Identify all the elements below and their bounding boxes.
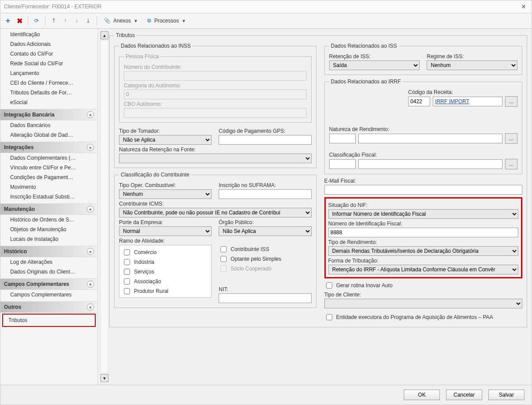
save-button[interactable]: Salvar bbox=[488, 390, 525, 400]
sidebar-group-header[interactable]: Outros « bbox=[0, 301, 97, 313]
ramo-checkbox[interactable] bbox=[124, 278, 130, 285]
lookup-button[interactable]: … bbox=[505, 96, 517, 107]
ramo-item[interactable]: Comércio bbox=[122, 248, 208, 257]
pessoa-fisica-fieldset: Pessoa Física Número do Contribuinte: Ca… bbox=[119, 53, 312, 123]
nit-input[interactable] bbox=[219, 293, 311, 303]
sidebar-item[interactable]: Dados Originais do Client… bbox=[0, 267, 97, 277]
natureza-rend-code-input[interactable] bbox=[329, 134, 356, 143]
tipo-cliente-select[interactable] bbox=[324, 299, 523, 308]
sidebar-item[interactable]: Rede Social do Cli/For bbox=[0, 59, 97, 68]
sidebar-group-header[interactable]: Histórico « bbox=[0, 246, 97, 257]
sidebar-item[interactable]: Dados Bancários bbox=[0, 120, 97, 130]
ramo-checkbox[interactable] bbox=[124, 259, 130, 265]
regime-iss-select[interactable]: Nenhum bbox=[427, 60, 517, 70]
codigo-receita-desc-input[interactable] bbox=[433, 97, 502, 106]
codigo-receita-label: Código da Receita: bbox=[408, 89, 517, 95]
sidebar-item[interactable]: Dados Adicionais bbox=[0, 39, 97, 49]
scroll-down-button[interactable]: ▼ bbox=[100, 374, 108, 382]
chevron-up-icon: « bbox=[87, 248, 94, 255]
porte-label: Porte da Empresa: bbox=[119, 219, 212, 225]
close-icon[interactable]: ✕ bbox=[519, 3, 528, 10]
retencao-iss-select[interactable]: Saída bbox=[329, 60, 420, 70]
sidebar-item[interactable]: eSocial bbox=[0, 98, 97, 107]
sidebar-item[interactable]: Condições de Pagament… bbox=[0, 172, 97, 182]
checkbox-label: Contribuinte ISS bbox=[231, 246, 269, 252]
checkbox bbox=[220, 266, 227, 272]
gerar-inovar-check[interactable]: Gerar rotina Inovar Auto bbox=[324, 281, 523, 290]
sidebar-item[interactable]: Campos Complementares bbox=[0, 290, 97, 300]
add-icon[interactable]: + bbox=[3, 16, 13, 26]
sidebar-item[interactable]: Contato do Cli/For bbox=[0, 49, 97, 59]
email-fiscal-input[interactable] bbox=[324, 185, 523, 195]
sidebar-item[interactable]: Movimento bbox=[0, 182, 97, 192]
tipo-oper-select[interactable]: Nenhum bbox=[119, 189, 212, 199]
orgao-select[interactable]: Não Se Aplica bbox=[219, 226, 311, 236]
cancel-button[interactable]: Cancelar bbox=[446, 390, 482, 400]
codigo-gps-input[interactable] bbox=[219, 135, 311, 145]
checkbox[interactable] bbox=[326, 282, 332, 289]
ok-button[interactable]: OK bbox=[404, 390, 440, 400]
paa-check[interactable]: Entidade executora do Programa de Aquisi… bbox=[324, 313, 523, 322]
sidebar-item[interactable]: Objetos de Manutenção bbox=[0, 225, 97, 234]
sidebar: Identificação Dados Adicionais Contato d… bbox=[0, 29, 98, 385]
scrollbar-track[interactable] bbox=[100, 40, 108, 373]
sidebar-item[interactable]: Vínculo entre Cli/For e Pe… bbox=[0, 163, 97, 172]
sidebar-item[interactable]: Lançamento bbox=[0, 68, 97, 78]
anexos-menu[interactable]: 📎 Anexos ▼ bbox=[100, 15, 141, 26]
next-icon[interactable]: ↓ bbox=[72, 16, 82, 26]
tipo-tomador-select[interactable]: Não se Aplica bbox=[119, 135, 212, 145]
situacao-nif-select[interactable]: Informar Número de Identificação Fiscal bbox=[328, 209, 519, 219]
classificacao-fiscal-desc-input[interactable] bbox=[358, 159, 503, 169]
ramo-checkbox[interactable] bbox=[124, 288, 130, 294]
classificacao-fiscal-code-input[interactable] bbox=[329, 159, 356, 169]
checkbox[interactable] bbox=[220, 256, 227, 262]
ramo-item[interactable]: Associação bbox=[122, 277, 208, 286]
sidebar-item[interactable]: Alteração Global de Dad… bbox=[0, 130, 97, 140]
forma-trib-select[interactable]: Retenção do IRRF - Alíquota Limitada Con… bbox=[328, 265, 519, 274]
sidebar-group-header[interactable]: Integrações « bbox=[0, 142, 97, 153]
sidebar-item[interactable]: Tributos Defaults de For… bbox=[0, 88, 97, 98]
sidebar-item[interactable]: Dados Complementares (… bbox=[0, 153, 97, 163]
last-icon[interactable]: ⤓ bbox=[83, 16, 93, 26]
suframa-label: Inscrição no SUFRAMA: bbox=[219, 182, 311, 188]
ramo-item[interactable]: Serviços bbox=[122, 267, 208, 276]
optante-simples-check[interactable]: Optante pelo Simples bbox=[219, 255, 311, 263]
sidebar-group-header[interactable]: Campos Complementares « bbox=[0, 278, 97, 290]
ramo-item[interactable]: Indústria bbox=[122, 258, 208, 266]
natureza-ret-select[interactable] bbox=[119, 154, 312, 163]
checkbox[interactable] bbox=[326, 314, 332, 320]
codigo-receita-code-input[interactable] bbox=[408, 97, 430, 106]
sidebar-item[interactable]: CEI do Cliente / Fornece… bbox=[0, 78, 97, 88]
numero-nif-input[interactable] bbox=[328, 228, 519, 237]
sidebar-item[interactable]: Locais de Instalação bbox=[0, 234, 97, 244]
ramo-checkbox[interactable] bbox=[124, 269, 130, 275]
first-icon[interactable]: ⤒ bbox=[49, 16, 59, 26]
iss-fieldset: Dados Relacionados ao ISS Retenção de IS… bbox=[324, 43, 523, 75]
processos-menu[interactable]: ⚙ Processos ▼ bbox=[143, 15, 190, 26]
attachment-icon: 📎 bbox=[104, 18, 111, 24]
lookup-button[interactable]: … bbox=[505, 159, 517, 169]
sidebar-item-tributos[interactable]: Tributos bbox=[2, 314, 96, 327]
natureza-rend-label: Natureza de Rendimento: bbox=[329, 126, 518, 132]
sidebar-group-header[interactable]: Manutenção « bbox=[0, 203, 97, 215]
sidebar-group-header[interactable]: Integração Bancária « bbox=[0, 109, 97, 120]
tipo-rendimento-select[interactable]: Demais Rendas Tributáveis/Isentos de Dec… bbox=[328, 246, 519, 256]
natureza-rend-desc-input[interactable] bbox=[358, 134, 503, 143]
sidebar-item[interactable]: Identificação bbox=[0, 30, 97, 39]
sidebar-item[interactable]: Histórico de Ordens de S… bbox=[0, 215, 97, 225]
icms-select[interactable]: Não Contribuinte, pode ou não possuir IE… bbox=[119, 208, 312, 218]
scroll-up-button[interactable]: ▲ bbox=[100, 31, 108, 39]
contrib-iss-check[interactable]: Contribuinte ISS bbox=[219, 245, 311, 254]
suframa-input[interactable] bbox=[219, 189, 311, 199]
ramo-checkbox[interactable] bbox=[124, 249, 130, 255]
refresh-icon[interactable]: ⟳ bbox=[32, 16, 41, 26]
prev-icon[interactable]: ↑ bbox=[60, 16, 70, 26]
forma-trib-label: Forma de Tributação: bbox=[328, 258, 519, 264]
sidebar-item[interactable]: Inscrição Estadual Substi… bbox=[0, 192, 97, 202]
checkbox[interactable] bbox=[220, 246, 227, 252]
delete-icon[interactable]: ✖ bbox=[15, 16, 24, 26]
sidebar-item[interactable]: Log de Alterações bbox=[0, 257, 97, 267]
ramo-item[interactable]: Produtor Rural bbox=[122, 287, 208, 296]
lookup-button[interactable]: … bbox=[505, 133, 517, 144]
porte-select[interactable]: Normal bbox=[119, 226, 212, 236]
